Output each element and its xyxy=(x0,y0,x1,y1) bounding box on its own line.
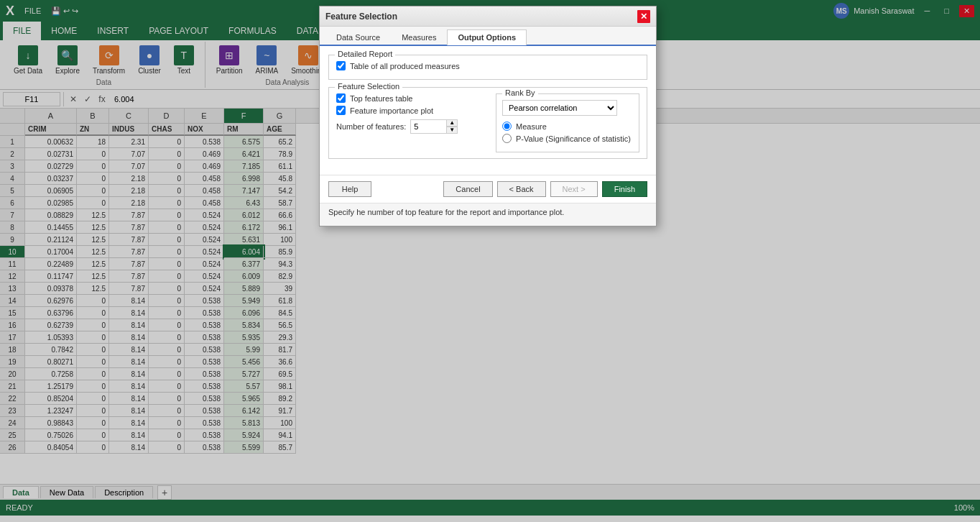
cell-7-2[interactable]: 7.87 xyxy=(109,209,149,221)
cell-1-3[interactable]: 0 xyxy=(149,136,185,148)
cell-13-4[interactable]: 0.524 xyxy=(185,283,224,295)
cell-21-2[interactable]: 8.14 xyxy=(109,380,149,393)
row-header-1[interactable]: 1 xyxy=(0,136,25,148)
cell-8-6[interactable]: 96.1 xyxy=(264,221,296,234)
cell-15-6[interactable]: 84.5 xyxy=(264,307,296,319)
cell-16-6[interactable]: 56.5 xyxy=(264,319,296,331)
cell-22-5[interactable]: 5.965 xyxy=(224,393,264,405)
cell-5-4[interactable]: 0.458 xyxy=(185,185,224,197)
col-header-e[interactable]: E xyxy=(185,109,224,123)
cell-11-5[interactable]: 6.377 xyxy=(224,258,264,270)
cell-19-0[interactable]: 0.80271 xyxy=(25,356,77,368)
cell-11-2[interactable]: 7.87 xyxy=(109,258,149,270)
cell-21-1[interactable]: 0 xyxy=(77,380,109,393)
cell-6-0[interactable]: 0.02985 xyxy=(25,197,77,209)
col-header-a[interactable]: A xyxy=(25,109,77,123)
pvalue-radio[interactable] xyxy=(502,134,512,143)
num-features-down-button[interactable]: ▼ xyxy=(446,127,458,134)
cell-3-6[interactable]: 61.1 xyxy=(264,160,296,173)
cell-24-6[interactable]: 100 xyxy=(264,417,296,429)
cell-24-4[interactable]: 0.538 xyxy=(185,417,224,429)
cell-5-0[interactable]: 0.06905 xyxy=(25,185,77,197)
cell-14-1[interactable]: 0 xyxy=(77,295,109,307)
tab-file[interactable]: FILE xyxy=(3,22,41,40)
cell-24-1[interactable]: 0 xyxy=(77,417,109,429)
cell-9-5[interactable]: 5.631 xyxy=(224,234,264,246)
cell-15-4[interactable]: 0.538 xyxy=(185,307,224,319)
row-header-24[interactable]: 24 xyxy=(0,417,25,429)
num-features-input[interactable]: 5 xyxy=(410,119,446,134)
cell-4-0[interactable]: 0.03237 xyxy=(25,173,77,185)
cell-11-4[interactable]: 0.524 xyxy=(185,258,224,270)
cell-22-0[interactable]: 0.85204 xyxy=(25,393,77,405)
cell-10-6[interactable]: 85.9 xyxy=(264,246,296,258)
row-header-6[interactable]: 6 xyxy=(0,197,25,209)
confirm-formula-button[interactable]: ✓ xyxy=(81,93,94,106)
insert-function-button[interactable]: fx xyxy=(96,93,108,106)
cell-24-5[interactable]: 5.813 xyxy=(224,417,264,429)
col-header-f[interactable]: F xyxy=(224,109,264,123)
tab-measures[interactable]: Measures xyxy=(391,29,447,45)
sheet-tab-newdata[interactable]: New Data xyxy=(40,486,93,498)
cell-19-3[interactable]: 0 xyxy=(149,356,185,368)
col-header-g[interactable]: G xyxy=(264,109,296,123)
close-icon[interactable]: ✕ xyxy=(959,5,974,17)
cell-18-4[interactable]: 0.538 xyxy=(185,344,224,356)
row-header-25[interactable]: 25 xyxy=(0,429,25,441)
cell-12-5[interactable]: 6.009 xyxy=(224,270,264,283)
back-button[interactable]: < Back xyxy=(497,181,546,197)
cell-19-6[interactable]: 36.6 xyxy=(264,356,296,368)
next-button[interactable]: Next > xyxy=(550,181,598,197)
cell-14-6[interactable]: 61.8 xyxy=(264,295,296,307)
row-header-26[interactable]: 26 xyxy=(0,441,25,454)
cell-6-3[interactable]: 0 xyxy=(149,197,185,209)
cell-10-5[interactable]: 6.004 xyxy=(224,246,264,258)
header-cell-chas[interactable]: CHAS xyxy=(149,124,185,136)
cell-8-3[interactable]: 0 xyxy=(149,221,185,234)
cell-5-2[interactable]: 2.18 xyxy=(109,185,149,197)
cell-26-0[interactable]: 0.84054 xyxy=(25,441,77,454)
row-header-14[interactable]: 14 xyxy=(0,295,25,307)
cell-25-0[interactable]: 0.75026 xyxy=(25,429,77,441)
cell-10-2[interactable]: 7.87 xyxy=(109,246,149,258)
text-button[interactable]: T Text xyxy=(169,43,199,77)
cell-10-0[interactable]: 0.17004 xyxy=(25,246,77,258)
cell-21-0[interactable]: 1.25179 xyxy=(25,380,77,393)
cell-2-3[interactable]: 0 xyxy=(149,148,185,160)
help-button[interactable]: Help xyxy=(328,181,371,197)
cell-15-3[interactable]: 0 xyxy=(149,307,185,319)
cell-18-2[interactable]: 8.14 xyxy=(109,344,149,356)
cell-22-2[interactable]: 8.14 xyxy=(109,393,149,405)
sheet-tab-description[interactable]: Description xyxy=(95,486,153,498)
cell-7-3[interactable]: 0 xyxy=(149,209,185,221)
cell-23-0[interactable]: 1.23247 xyxy=(25,405,77,417)
cell-2-4[interactable]: 0.469 xyxy=(185,148,224,160)
cell-22-6[interactable]: 89.2 xyxy=(264,393,296,405)
cell-9-4[interactable]: 0.524 xyxy=(185,234,224,246)
cell-2-2[interactable]: 7.07 xyxy=(109,148,149,160)
cell-1-2[interactable]: 2.31 xyxy=(109,136,149,148)
cell-2-5[interactable]: 6.421 xyxy=(224,148,264,160)
cell-4-6[interactable]: 45.8 xyxy=(264,173,296,185)
transform-button[interactable]: ⟳ Transform xyxy=(88,43,130,77)
cell-13-0[interactable]: 0.09378 xyxy=(25,283,77,295)
col-header-b[interactable]: B xyxy=(77,109,109,123)
cell-11-3[interactable]: 0 xyxy=(149,258,185,270)
cell-23-3[interactable]: 0 xyxy=(149,405,185,417)
cell-12-1[interactable]: 12.5 xyxy=(77,270,109,283)
row-header-17[interactable]: 17 xyxy=(0,331,25,344)
cell-13-5[interactable]: 5.889 xyxy=(224,283,264,295)
cell-3-4[interactable]: 0.469 xyxy=(185,160,224,173)
cell-18-1[interactable]: 0 xyxy=(77,344,109,356)
add-sheet-button[interactable]: + xyxy=(157,485,172,500)
cell-20-4[interactable]: 0.538 xyxy=(185,368,224,380)
cell-11-1[interactable]: 12.5 xyxy=(77,258,109,270)
cell-20-6[interactable]: 69.5 xyxy=(264,368,296,380)
cell-1-6[interactable]: 65.2 xyxy=(264,136,296,148)
measure-radio[interactable] xyxy=(502,122,512,131)
header-cell-age[interactable]: AGE xyxy=(264,124,296,136)
cell-18-0[interactable]: 0.7842 xyxy=(25,344,77,356)
cell-14-4[interactable]: 0.538 xyxy=(185,295,224,307)
cell-16-3[interactable]: 0 xyxy=(149,319,185,331)
cell-8-4[interactable]: 0.524 xyxy=(185,221,224,234)
